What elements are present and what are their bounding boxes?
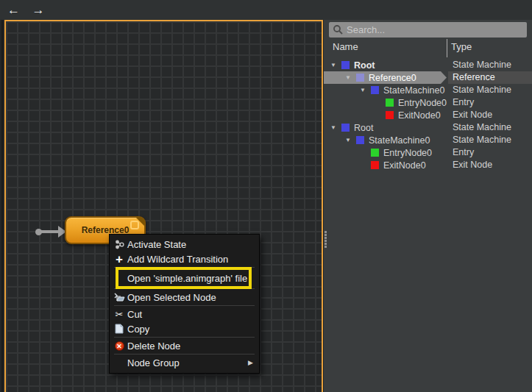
state-machine-icon [341, 124, 350, 132]
delete-icon: ✕ [113, 340, 125, 352]
menu-icon-placeholder [113, 357, 125, 368]
tree-type-cell: Exit Node [448, 159, 532, 171]
tree-name-cell[interactable]: ExitNode0 [324, 109, 447, 121]
menu-item-label: Node Group [127, 357, 248, 368]
menu-item-cut[interactable]: ✂Cut [110, 307, 259, 321]
expand-arrow-icon[interactable]: ▼ [344, 74, 352, 81]
tree-node-name: Root [354, 123, 373, 133]
tree-row[interactable]: ▼Reference0Reference [324, 71, 532, 84]
tree-type-cell: Entry [448, 146, 532, 159]
menu-item-node-group[interactable]: Node Group▶ [110, 355, 259, 370]
tree-name-cell[interactable]: EntryNode0 [324, 96, 447, 109]
tree-node-name: EntryNode0 [398, 98, 447, 108]
tree-type-cell: Reference [448, 71, 532, 84]
expand-arrow-icon[interactable]: ▼ [330, 62, 337, 68]
add-icon: + [113, 253, 125, 265]
state-machine-icon [341, 61, 350, 69]
tree-type-cell: State Machine [448, 134, 532, 146]
expand-arrow-icon[interactable]: ▼ [344, 137, 352, 143]
menu-item-label: Delete Node [127, 341, 253, 352]
copy-icon [113, 323, 125, 335]
search-icon [333, 24, 344, 35]
exit-node-icon [371, 161, 379, 169]
menu-item-add-wildcard-transition[interactable]: +Add Wildcard Transition [110, 252, 259, 266]
tree-type-cell: Exit Node [448, 109, 532, 121]
menu-item-open-selected-node[interactable]: Open Selected Node [110, 290, 259, 304]
exit-node-icon [386, 111, 394, 119]
tree-name-cell[interactable]: EntryNode0 [324, 146, 447, 159]
state-machine-icon [356, 136, 364, 144]
open-node-icon [113, 291, 125, 303]
menu-item-label: Cut [127, 309, 253, 320]
menu-item-delete-node[interactable]: ✕Delete Node [110, 338, 259, 353]
context-menu: Activate State+Add Wildcard TransitionOp… [109, 234, 260, 374]
tree-node-name: EntryNode0 [383, 148, 432, 158]
tree-node-name: ExitNode0 [398, 110, 441, 121]
panel-splitter-grip[interactable] [324, 231, 327, 248]
forward-arrow-icon[interactable]: → [27, 0, 49, 20]
column-header-type[interactable]: Type [451, 41, 472, 52]
tree-row[interactable]: ▼RootState Machine [324, 59, 532, 71]
menu-separator [114, 337, 255, 338]
node-dogear-icon [130, 221, 139, 229]
menu-item-activate-state[interactable]: Activate State [110, 237, 259, 252]
tree-name-cell[interactable]: ▼Root [324, 59, 447, 71]
tree-type-cell: Entry [448, 96, 532, 109]
column-divider[interactable] [447, 39, 447, 57]
expand-arrow-icon[interactable]: ▼ [359, 87, 366, 93]
tree-type-cell: State Machine [448, 121, 532, 134]
state-machine-icon [371, 86, 379, 94]
tree-node-name: Reference0 [369, 73, 416, 83]
menu-item-label: Add Wildcard Transition [127, 254, 253, 265]
tree-name-cell[interactable]: ▼StateMachine0 [324, 134, 447, 146]
search-input[interactable] [347, 22, 523, 38]
search-box[interactable] [329, 22, 527, 38]
tree-row[interactable]: EntryNode0Entry [324, 146, 532, 159]
node-tree: ▼RootState Machine▼Reference0Reference▼S… [324, 59, 532, 171]
menu-separator [114, 305, 255, 306]
tree-row[interactable]: ExitNode0Exit Node [324, 109, 532, 121]
entry-transition-line [40, 230, 60, 233]
menu-icon-placeholder [113, 272, 125, 284]
tree-row[interactable]: EntryNode0Entry [324, 96, 532, 109]
tree-node-name: StateMachine0 [383, 85, 444, 96]
tree-name-cell[interactable]: ▼Root [324, 121, 447, 134]
menu-item-label: Activate State [127, 239, 253, 250]
tree-row[interactable]: ▼RootState Machine [324, 121, 532, 134]
reference-icon [356, 74, 364, 82]
menu-item-open-simple-animgraph-file[interactable]: Open 'simple.animgraph' file [110, 268, 259, 288]
animgraph-hierarchy-panel: Name Type ▼RootState Machine▼Reference0R… [324, 20, 532, 392]
back-arrow-icon[interactable]: ← [3, 0, 24, 20]
cut-icon: ✂ [113, 308, 125, 320]
activate-state-icon [113, 238, 125, 250]
tree-type-cell: State Machine [448, 59, 532, 71]
menu-item-label: Open 'simple.animgraph' file [127, 273, 253, 284]
menu-separator [114, 354, 255, 354]
tree-type-cell: State Machine [448, 84, 532, 96]
entry-node-icon [371, 149, 379, 157]
tree-row[interactable]: ▼StateMachine0State Machine [324, 134, 532, 146]
column-header-name[interactable]: Name [333, 41, 358, 52]
tree-name-cell[interactable]: ▼Reference0 [324, 71, 447, 84]
tree-node-name: Root [354, 60, 375, 71]
tree-name-cell[interactable]: ExitNode0 [324, 159, 447, 171]
tree-row[interactable]: ExitNode0Exit Node [324, 159, 532, 171]
tree-node-name: ExitNode0 [383, 160, 426, 171]
menu-item-label: Open Selected Node [127, 292, 253, 303]
top-toolbar: ← → [0, 0, 532, 20]
tree-node-name: StateMachine0 [369, 135, 430, 146]
submenu-arrow-icon: ▶ [248, 359, 253, 366]
left-gutter-line [1, 20, 3, 392]
menu-item-copy[interactable]: Copy [110, 321, 259, 336]
entry-node-icon [386, 99, 394, 107]
menu-item-label: Copy [127, 324, 253, 335]
menu-separator [114, 267, 255, 268]
menu-separator [114, 288, 255, 289]
tree-row[interactable]: ▼StateMachine0State Machine [324, 84, 532, 96]
expand-arrow-icon[interactable]: ▼ [330, 124, 337, 131]
tree-name-cell[interactable]: ▼StateMachine0 [324, 84, 447, 96]
